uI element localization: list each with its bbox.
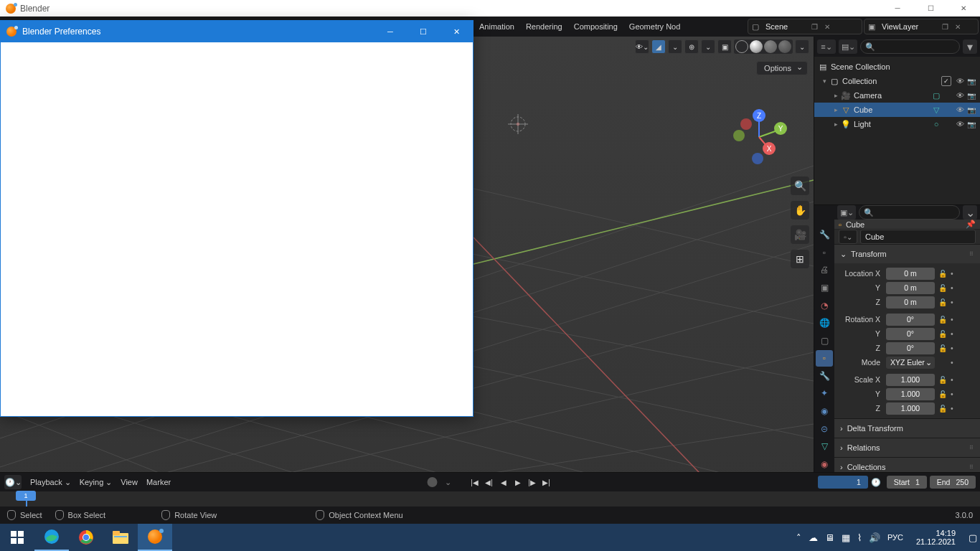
tray-language[interactable]: РУС (887, 533, 903, 542)
render-icon[interactable]: 📷 (966, 92, 977, 100)
object-name-field[interactable]: Cube (860, 230, 976, 244)
props-mode-dropdown[interactable]: ▣⌄ (837, 205, 856, 220)
lock-icon[interactable]: 🔓 (938, 316, 948, 324)
lock-icon[interactable]: 🔓 (938, 390, 948, 398)
ptab-world[interactable]: 🌐 (816, 315, 833, 331)
rot-z-field[interactable]: 0° (886, 342, 935, 354)
preferences-titlebar[interactable]: Blender Preferences ─ ☐ ✕ (1, 21, 473, 42)
panel-relations-header[interactable]: ›Relations⠿ (834, 438, 980, 457)
shading-material[interactable] (764, 40, 777, 53)
tree-scene-collection[interactable]: ▤ Scene Collection (814, 60, 980, 74)
os-minimize-button[interactable]: ─ (881, 0, 914, 17)
layer-delete-icon[interactable]: ✕ (951, 19, 964, 34)
tray-onedrive-icon[interactable]: ☁ (809, 532, 818, 543)
pin-icon[interactable]: 📌 (966, 220, 976, 229)
scl-y-field[interactable]: 1.000 (886, 388, 935, 400)
visibility-dropdown[interactable]: 👁⌄ (635, 39, 649, 54)
end-frame-field[interactable]: End250 (930, 476, 976, 489)
gizmo-dropdown[interactable]: ⌄ (668, 39, 682, 54)
ptab-tool[interactable]: 🔧 (816, 227, 833, 243)
autokey-toggle[interactable] (428, 477, 438, 487)
os-maximize-button[interactable]: ☐ (914, 0, 947, 17)
shading-solid[interactable] (750, 40, 763, 53)
ptab-data[interactable]: ▽ (816, 438, 833, 455)
outliner-search[interactable]: 🔍 (860, 39, 960, 54)
tab-geometry-nodes[interactable]: Geometry Nod (623, 17, 687, 37)
nav-gizmo[interactable]: Z Y X (730, 108, 788, 166)
outliner-filter-button[interactable]: ▾ (963, 39, 977, 54)
menu-view[interactable]: View (121, 478, 138, 486)
jump-end-button[interactable]: ▶| (540, 476, 553, 489)
ptab-object[interactable]: ▫ (816, 350, 833, 367)
ptab-render[interactable]: ▫ (816, 245, 833, 261)
prefs-close-button[interactable]: ✕ (440, 21, 473, 42)
panel-transform-header[interactable]: ⌄Transform⠿ (834, 245, 980, 263)
tray-clock[interactable]: 14:1921.12.2021 (910, 529, 961, 546)
ptab-material[interactable]: ◉ (816, 456, 833, 473)
outliner-mode-dropdown[interactable]: ≡⌄ (817, 39, 836, 54)
tray-wifi-icon[interactable]: ⌇ (857, 532, 862, 543)
outliner-display-dropdown[interactable]: ▤⌄ (839, 39, 857, 54)
tray-volume-icon[interactable]: 🔊 (869, 532, 880, 543)
taskbar-edge[interactable] (34, 524, 69, 551)
prefs-maximize-button[interactable]: ☐ (407, 21, 440, 42)
eye-icon[interactable]: 👁 (954, 120, 966, 128)
taskbar-chrome[interactable] (69, 524, 103, 551)
lock-icon[interactable]: 🔓 (938, 330, 948, 338)
loc-y-field[interactable]: 0 m (886, 282, 935, 294)
viewlayer-selector[interactable]: ▣ ViewLayer ❐✕ (864, 19, 979, 34)
scene-selector[interactable]: ▢ Scene ❐✕ (748, 19, 862, 34)
os-close-button[interactable]: ✕ (947, 0, 980, 17)
start-button[interactable] (0, 524, 34, 551)
layer-browse-icon[interactable]: ❐ (938, 19, 951, 34)
lock-icon[interactable]: 🔓 (938, 376, 948, 384)
tray-app-icon[interactable]: ▦ (842, 532, 850, 543)
timeline-ruler[interactable]: 1 (0, 491, 980, 507)
jump-start-button[interactable]: |◀ (468, 476, 481, 489)
ptab-particles[interactable]: ✦ (816, 385, 833, 402)
tree-camera[interactable]: ▸ 🎥 Camera ▢ 👁 📷 (814, 88, 980, 103)
autokey-dropdown[interactable]: ⌄ (445, 478, 451, 487)
start-frame-field[interactable]: Start1 (887, 476, 927, 489)
props-options-button[interactable]: ⌄ (963, 205, 977, 220)
gizmo-toggle[interactable]: ◢ (651, 39, 666, 54)
scl-x-field[interactable]: 1.000 (886, 374, 935, 386)
current-frame-field[interactable]: 1 (818, 476, 868, 489)
zoom-icon[interactable]: 🔍 (791, 176, 809, 195)
eye-icon[interactable]: 👁 (954, 91, 966, 100)
ortho-toggle-icon[interactable]: ⊞ (791, 250, 809, 268)
tray-display-icon[interactable]: 🖥 (825, 532, 834, 543)
ptab-collection[interactable]: ▢ (816, 332, 833, 349)
menu-marker[interactable]: Marker (146, 478, 171, 486)
tab-rendering[interactable]: Rendering (520, 17, 568, 37)
loc-z-field[interactable]: 0 m (886, 296, 935, 309)
ptab-viewlayer[interactable]: ▣ (816, 280, 833, 296)
loc-x-field[interactable]: 0 m (886, 268, 935, 280)
options-dropdown[interactable]: Options (756, 61, 808, 75)
rotation-mode-dropdown[interactable]: XYZ Euler (886, 357, 935, 369)
rot-y-field[interactable]: 0° (886, 328, 935, 340)
tree-light[interactable]: ▸ 💡 Light ○ 👁 📷 (814, 117, 980, 131)
preview-range-icon[interactable]: 🕐 (871, 478, 884, 487)
shading-wireframe[interactable] (735, 40, 748, 53)
shading-rendered[interactable] (778, 40, 791, 53)
menu-keying[interactable]: Keying⌄ (80, 478, 113, 487)
lock-icon[interactable]: 🔓 (938, 298, 948, 306)
scl-z-field[interactable]: 1.000 (886, 402, 935, 415)
datablock-dropdown[interactable]: ▫⌄ (839, 230, 857, 244)
ptab-output[interactable]: 🖨 (816, 262, 833, 278)
rot-x-field[interactable]: 0° (886, 314, 935, 326)
scene-browse-icon[interactable]: ❐ (808, 19, 821, 34)
eye-icon[interactable]: 👁 (954, 77, 966, 85)
menu-playback[interactable]: Playback⌄ (30, 478, 71, 487)
next-key-button[interactable]: |▶ (526, 476, 539, 489)
pan-icon[interactable]: ✋ (791, 201, 809, 220)
ptab-modifiers[interactable]: 🔧 (816, 368, 833, 385)
scene-delete-icon[interactable]: ✕ (821, 19, 834, 34)
render-icon[interactable]: 📷 (966, 121, 977, 128)
lock-icon[interactable]: 🔓 (938, 284, 948, 292)
overlay-toggle[interactable]: ⊕ (684, 39, 699, 54)
overlay-dropdown[interactable]: ⌄ (701, 39, 715, 54)
tray-notifications-icon[interactable]: ▢ (969, 532, 977, 543)
taskbar-blender[interactable] (138, 524, 172, 551)
